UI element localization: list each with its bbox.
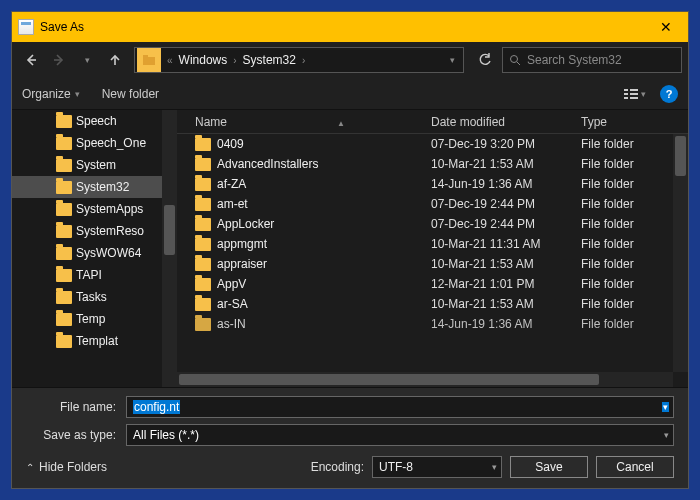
save-type-select[interactable]: All Files (*.*) ▾ — [126, 424, 674, 446]
tree-item[interactable]: SystemApps — [12, 198, 177, 220]
folder-icon — [195, 298, 211, 311]
svg-line-3 — [517, 62, 520, 65]
svg-rect-4 — [624, 89, 628, 91]
tree-item[interactable]: SystemReso — [12, 220, 177, 242]
up-button[interactable] — [102, 47, 128, 73]
view-options-button[interactable]: ▾ — [624, 88, 646, 100]
file-date: 07-Dec-19 2:44 PM — [431, 217, 581, 231]
file-row[interactable]: ar-SA10-Mar-21 1:53 AMFile folder — [177, 294, 688, 314]
tree-item-label: SystemReso — [76, 224, 144, 238]
chevron-up-icon: ⌃ — [26, 462, 34, 473]
address-bar[interactable]: « Windows › System32 › ▾ — [134, 47, 464, 73]
svg-rect-6 — [624, 97, 628, 99]
folder-icon — [137, 48, 161, 72]
tree-item-label: Speech_One — [76, 136, 146, 150]
folder-icon — [56, 269, 72, 282]
tree-item-label: System32 — [76, 180, 129, 194]
folder-icon — [56, 159, 72, 172]
chevron-right-icon: › — [298, 55, 309, 66]
tree-item[interactable]: System32 — [12, 176, 177, 198]
close-button[interactable]: ✕ — [652, 15, 680, 39]
file-date: 10-Mar-21 1:53 AM — [431, 297, 581, 311]
folder-icon — [195, 198, 211, 211]
folder-icon — [195, 138, 211, 151]
recent-dropdown[interactable]: ▾ — [74, 47, 100, 73]
file-date: 12-Mar-21 1:01 PM — [431, 277, 581, 291]
tree-item[interactable]: TAPI — [12, 264, 177, 286]
file-row[interactable]: af-ZA14-Jun-19 1:36 AMFile folder — [177, 174, 688, 194]
file-date: 07-Dec-19 2:44 PM — [431, 197, 581, 211]
hide-folders-button[interactable]: ⌃ Hide Folders — [26, 460, 107, 474]
file-name: 0409 — [217, 137, 244, 151]
encoding-label: Encoding: — [311, 460, 364, 474]
svg-rect-8 — [630, 93, 638, 95]
tree-item[interactable]: SysWOW64 — [12, 242, 177, 264]
folder-tree[interactable]: SpeechSpeech_OneSystemSystem32SystemApps… — [12, 110, 177, 387]
tree-item[interactable]: Temp — [12, 308, 177, 330]
file-row[interactable]: am-et07-Dec-19 2:44 PMFile folder — [177, 194, 688, 214]
chevron-down-icon[interactable]: ▾ — [662, 402, 669, 412]
svg-rect-0 — [143, 57, 155, 65]
vertical-scrollbar[interactable] — [673, 134, 688, 372]
file-list: Name▲ Date modified Type 040907-Dec-19 3… — [177, 110, 688, 387]
tree-scrollbar[interactable] — [162, 110, 177, 387]
toolbar: Organize▾ New folder ▾ ? — [12, 78, 688, 110]
folder-icon — [195, 158, 211, 171]
forward-button[interactable] — [46, 47, 72, 73]
file-row[interactable]: AdvancedInstallers10-Mar-21 1:53 AMFile … — [177, 154, 688, 174]
file-type: File folder — [581, 197, 688, 211]
column-type[interactable]: Type — [581, 115, 688, 129]
filename-input[interactable]: config.nt ▾ — [126, 396, 674, 418]
file-row[interactable]: AppV12-Mar-21 1:01 PMFile folder — [177, 274, 688, 294]
tree-item[interactable]: Tasks — [12, 286, 177, 308]
file-name: AppV — [217, 277, 246, 291]
folder-icon — [195, 218, 211, 231]
file-type: File folder — [581, 217, 688, 231]
breadcrumb-prefix: « — [163, 55, 177, 66]
folder-icon — [56, 181, 72, 194]
file-row[interactable]: appraiser10-Mar-21 1:53 AMFile folder — [177, 254, 688, 274]
help-button[interactable]: ? — [660, 85, 678, 103]
cancel-button[interactable]: Cancel — [596, 456, 674, 478]
folder-icon — [56, 247, 72, 260]
tree-item[interactable]: Speech_One — [12, 132, 177, 154]
file-type: File folder — [581, 237, 688, 251]
tree-item-label: Tasks — [76, 290, 107, 304]
chevron-down-icon[interactable]: ▾ — [664, 430, 669, 440]
breadcrumb-windows[interactable]: Windows — [177, 53, 230, 67]
search-input[interactable]: Search System32 — [502, 47, 682, 73]
search-icon — [509, 54, 521, 66]
refresh-button[interactable] — [470, 47, 500, 73]
file-row[interactable]: AppLocker07-Dec-19 2:44 PMFile folder — [177, 214, 688, 234]
tree-item[interactable]: Speech — [12, 110, 177, 132]
save-button[interactable]: Save — [510, 456, 588, 478]
filename-label: File name: — [26, 400, 126, 414]
file-type: File folder — [581, 257, 688, 271]
organize-menu[interactable]: Organize▾ — [22, 87, 80, 101]
file-name: as-IN — [217, 317, 246, 331]
file-row[interactable]: as-IN14-Jun-19 1:36 AMFile folder — [177, 314, 688, 334]
folder-icon — [195, 258, 211, 271]
back-button[interactable] — [18, 47, 44, 73]
tree-item-label: SysWOW64 — [76, 246, 141, 260]
file-row[interactable]: appmgmt10-Mar-21 11:31 AMFile folder — [177, 234, 688, 254]
file-row[interactable]: 040907-Dec-19 3:20 PMFile folder — [177, 134, 688, 154]
tree-item-label: SystemApps — [76, 202, 143, 216]
tree-item[interactable]: Templat — [12, 330, 177, 352]
breadcrumb-system32[interactable]: System32 — [241, 53, 298, 67]
address-dropdown[interactable]: ▾ — [442, 55, 463, 65]
column-date[interactable]: Date modified — [431, 115, 581, 129]
encoding-select[interactable]: UTF-8 ▾ — [372, 456, 502, 478]
file-date: 10-Mar-21 1:53 AM — [431, 157, 581, 171]
new-folder-button[interactable]: New folder — [102, 87, 159, 101]
save-as-dialog: Save As ✕ ▾ « Windows › System32 › ▾ — [11, 11, 689, 489]
chevron-down-icon[interactable]: ▾ — [492, 462, 497, 472]
horizontal-scrollbar[interactable] — [177, 372, 673, 387]
file-name: AdvancedInstallers — [217, 157, 318, 171]
column-name[interactable]: Name▲ — [177, 115, 431, 129]
folder-icon — [56, 225, 72, 238]
file-date: 10-Mar-21 1:53 AM — [431, 257, 581, 271]
tree-item-label: TAPI — [76, 268, 102, 282]
file-name: am-et — [217, 197, 248, 211]
tree-item[interactable]: System — [12, 154, 177, 176]
